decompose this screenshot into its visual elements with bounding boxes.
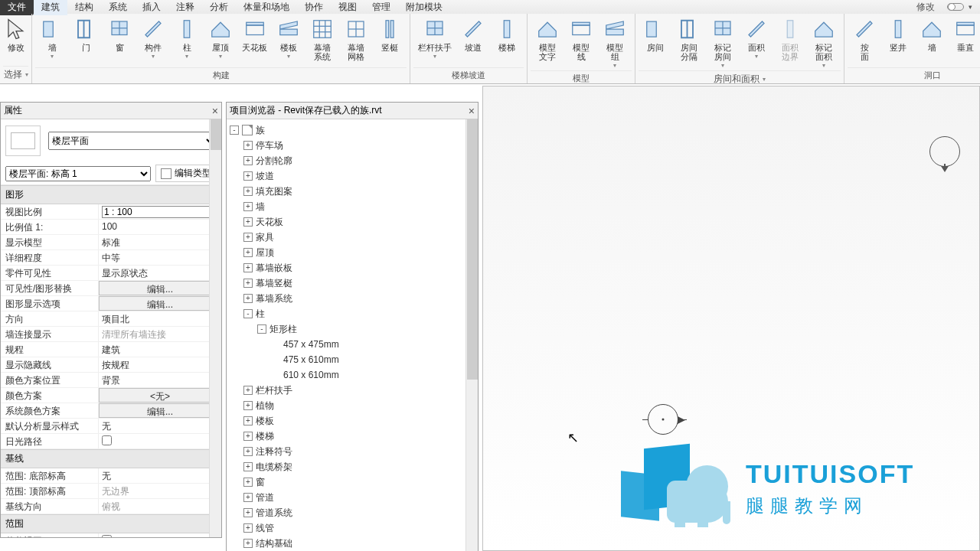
edit-type-button[interactable]: 编辑类型 bbox=[155, 165, 217, 182]
expand-icon[interactable]: + bbox=[243, 248, 253, 257]
prop-section-header[interactable]: 基线⌃ bbox=[1, 449, 221, 468]
prop-value[interactable]: 100 bbox=[99, 220, 221, 234]
墙-button[interactable]: 墙 bbox=[915, 15, 949, 54]
prop-value[interactable]: 显示原状态 bbox=[99, 266, 221, 280]
prop-value[interactable]: 俯视 bbox=[99, 499, 221, 514]
标记-面积-button[interactable]: 标记 面积 bbox=[807, 15, 841, 70]
menu-anno[interactable]: 注释 bbox=[168, 0, 202, 15]
switch-icon[interactable] bbox=[947, 3, 964, 11]
垂直-button[interactable]: 垂直 bbox=[949, 15, 980, 54]
prop-value[interactable]: 项目北 bbox=[99, 311, 221, 326]
modify-button[interactable]: 修改 bbox=[3, 15, 29, 54]
prop-value[interactable]: 无 bbox=[99, 468, 221, 483]
expand-icon[interactable]: + bbox=[243, 156, 253, 165]
竖梃-button[interactable]: 竖梃 bbox=[373, 15, 407, 54]
tree-node[interactable]: +管道 bbox=[230, 490, 475, 505]
prop-value[interactable]: 背景 bbox=[99, 373, 221, 387]
prop-value[interactable]: 建筑 bbox=[99, 342, 221, 357]
menu-insert[interactable]: 插入 bbox=[135, 0, 168, 15]
prop-edit-button[interactable]: <无> bbox=[99, 388, 221, 403]
tree-node[interactable]: -柱 bbox=[230, 306, 475, 321]
drawing-canvas[interactable]: ↖ TUITUISOFT 腿腿教学网 bbox=[482, 86, 980, 551]
properties-scrollbar[interactable] bbox=[209, 119, 221, 537]
expand-icon[interactable]: + bbox=[243, 263, 253, 272]
门-button[interactable]: 门 bbox=[69, 15, 103, 54]
expand-icon[interactable]: + bbox=[243, 447, 253, 456]
menu-arch[interactable]: 建筑 bbox=[34, 0, 67, 15]
构件-button[interactable]: 构件 bbox=[136, 15, 170, 61]
模型-组-button[interactable]: 模型 组 bbox=[598, 15, 632, 70]
幕墙-网格-button[interactable]: 幕墙 网格 bbox=[339, 15, 373, 63]
type-selector[interactable]: 楼层平面 bbox=[48, 132, 217, 150]
tree-node[interactable]: +植物 bbox=[230, 398, 475, 413]
tree-node[interactable]: +注释符号 bbox=[230, 444, 475, 459]
tree-node[interactable]: +填充图案 bbox=[230, 184, 475, 199]
expand-icon[interactable]: + bbox=[243, 141, 253, 150]
collapse-icon[interactable]: - bbox=[230, 126, 239, 135]
屋顶-button[interactable]: 屋顶 bbox=[204, 15, 237, 61]
menu-sys[interactable]: 系统 bbox=[101, 0, 135, 15]
menu-struct[interactable]: 结构 bbox=[67, 0, 101, 15]
prop-edit-button[interactable]: 编辑... bbox=[99, 403, 221, 418]
tree-node[interactable]: +管道系统 bbox=[230, 505, 475, 520]
navigation-compass[interactable] bbox=[929, 136, 960, 167]
标记-房间-button[interactable]: 标记 房间 bbox=[706, 15, 740, 70]
tree-node[interactable]: +坡道 bbox=[230, 168, 475, 184]
expand-icon[interactable]: + bbox=[243, 432, 253, 441]
close-icon[interactable]: × bbox=[212, 105, 218, 117]
prop-section-header[interactable]: 范围⌃ bbox=[1, 514, 221, 533]
close-icon[interactable]: × bbox=[469, 105, 475, 117]
prop-value[interactable]: 中等 bbox=[99, 250, 221, 265]
prop-section-header[interactable]: 图形⌃ bbox=[1, 185, 221, 204]
tree-node[interactable]: 457 x 475mm bbox=[230, 337, 475, 352]
prop-edit-button[interactable]: 编辑... bbox=[99, 281, 221, 295]
房间-button[interactable]: 房间 bbox=[639, 15, 672, 54]
menu-view[interactable]: 视图 bbox=[331, 0, 364, 15]
tree-node[interactable]: +楼梯 bbox=[230, 429, 475, 444]
墙-button[interactable]: 墙 bbox=[35, 15, 69, 61]
expand-icon[interactable]: + bbox=[243, 233, 253, 242]
expand-icon[interactable]: + bbox=[243, 187, 253, 196]
menu-modify[interactable]: 修改 bbox=[909, 0, 942, 15]
tree-node[interactable]: +幕墙嵌板 bbox=[230, 260, 475, 276]
窗-button[interactable]: 窗 bbox=[103, 15, 136, 54]
expand-icon[interactable]: + bbox=[243, 508, 253, 517]
expand-icon[interactable]: + bbox=[243, 416, 253, 425]
category-selector[interactable]: 楼层平面: 标高 1 bbox=[5, 166, 151, 181]
browser-scrollbar[interactable] bbox=[466, 119, 478, 551]
chevron-down-icon[interactable]: ▾ bbox=[969, 3, 972, 11]
tree-node[interactable]: +窗 bbox=[230, 474, 475, 490]
expand-icon[interactable]: + bbox=[243, 462, 253, 471]
天花板-button[interactable]: 天花板 bbox=[237, 15, 272, 54]
browser-tree[interactable]: -族+停车场+分割轮廓+坡道+填充图案+墙+天花板+家具+屋顶+幕墙嵌板+幕墙竖… bbox=[227, 119, 478, 551]
幕墙-系统-button[interactable]: 幕墙 系统 bbox=[305, 15, 339, 63]
menu-manage[interactable]: 管理 bbox=[364, 0, 398, 15]
menu-anal[interactable]: 分析 bbox=[202, 0, 236, 15]
expand-icon[interactable]: + bbox=[243, 294, 253, 303]
tree-node[interactable]: +楼板 bbox=[230, 413, 475, 429]
prop-checkbox[interactable] bbox=[102, 535, 112, 537]
tree-node[interactable]: +分割轮廓 bbox=[230, 153, 475, 168]
expand-icon[interactable]: + bbox=[243, 539, 253, 548]
tree-node[interactable]: +电缆桥架 bbox=[230, 459, 475, 474]
楼梯-button[interactable]: 楼梯 bbox=[490, 15, 524, 54]
栏杆扶手-button[interactable]: 栏杆扶手 bbox=[413, 15, 456, 61]
collapse-icon[interactable]: - bbox=[243, 309, 253, 318]
prop-value[interactable]: 按规程 bbox=[99, 357, 221, 372]
竖井-button[interactable]: 竖井 bbox=[881, 15, 915, 54]
expand-icon[interactable]: + bbox=[243, 386, 253, 395]
tree-node[interactable]: +墙 bbox=[230, 199, 475, 214]
menu-mass[interactable]: 体量和场地 bbox=[236, 0, 297, 15]
prop-edit-button[interactable]: 编辑... bbox=[99, 296, 221, 311]
collapse-icon[interactable]: - bbox=[257, 324, 266, 334]
tree-node[interactable]: +屋顶 bbox=[230, 245, 475, 260]
menu-collab[interactable]: 协作 bbox=[297, 0, 331, 15]
tree-node[interactable]: +天花板 bbox=[230, 214, 475, 230]
browser-title-bar[interactable]: 项目浏览器 - Revit保存已载入的族.rvt × bbox=[227, 103, 478, 119]
properties-title-bar[interactable]: 属性 × bbox=[1, 103, 221, 119]
面积-button[interactable]: 面积 bbox=[740, 15, 773, 61]
prop-value[interactable]: 清理所有墙连接 bbox=[99, 327, 221, 341]
expand-icon[interactable]: + bbox=[243, 171, 253, 181]
expand-icon[interactable]: + bbox=[243, 217, 253, 227]
tree-node[interactable]: -矩形柱 bbox=[230, 321, 475, 337]
